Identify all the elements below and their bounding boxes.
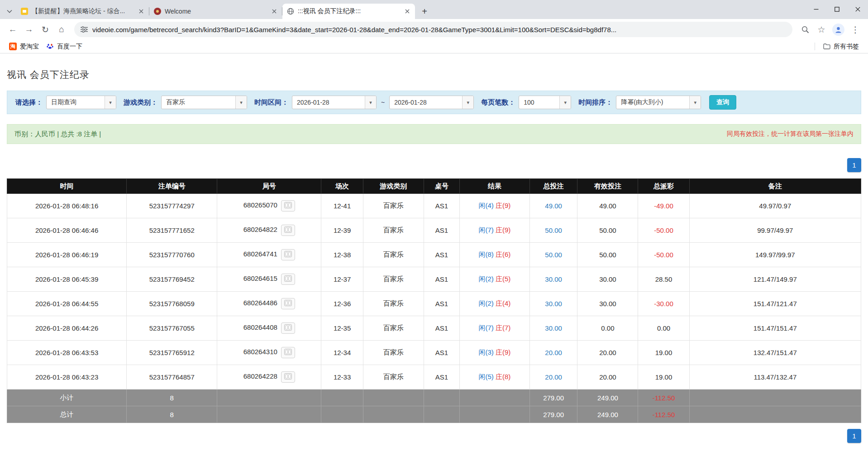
total-bet-link[interactable]: 50.00	[545, 251, 562, 259]
view-round-button[interactable]	[281, 200, 295, 212]
table-row: 2026-01-28 06:45:39523157769452680264615…	[7, 267, 861, 292]
tab-close-icon[interactable]	[270, 7, 278, 15]
column-header: 局号	[217, 179, 321, 194]
cell-valid-bet: 50.00	[577, 243, 638, 267]
date-start-input[interactable]: 2026-01-28 ▾	[292, 96, 377, 109]
bookmarks-bar: 淘 爱淘宝 百度一下 所有书签	[0, 40, 868, 53]
zoom-icon[interactable]	[797, 21, 813, 38]
total-bet-link[interactable]: 30.00	[545, 300, 562, 308]
round-number-text: 680264741	[243, 250, 277, 258]
chevron-down-icon[interactable]: ▾	[365, 96, 376, 109]
game-type-label: 游戏类别：	[124, 98, 157, 107]
url-text[interactable]: videoie.com/game/betrecord_search/kind3?…	[92, 26, 616, 34]
cell-result: 闲(8) 庄(6)	[460, 243, 530, 267]
bookmark-aitaobao[interactable]: 淘 爱淘宝	[5, 41, 43, 52]
view-round-button[interactable]	[281, 225, 295, 236]
tab-close-icon[interactable]	[137, 7, 145, 15]
bookmarks-divider	[815, 43, 815, 50]
cell-result: 闲(4) 庄(9)	[460, 194, 530, 218]
forward-button[interactable]: →	[21, 21, 37, 38]
sort-select[interactable]: 降幂(由大到小) ▾	[616, 96, 701, 109]
date-end-input[interactable]: 2026-01-28 ▾	[389, 96, 474, 109]
chevron-down-icon[interactable]: ▾	[105, 96, 116, 109]
new-tab-button[interactable]: +	[418, 5, 431, 18]
page-1-button[interactable]: 1	[847, 158, 861, 172]
per-page-select[interactable]: 100 ▾	[519, 96, 571, 109]
tab-bar: 【新提醒】海燕策略论坛 - 综合... Welcome :::视讯 会员下注纪录…	[0, 0, 868, 19]
chevron-down-icon[interactable]: ▾	[689, 96, 701, 109]
search-button[interactable]: 查询	[709, 95, 736, 110]
total-bet-link[interactable]: 49.00	[545, 202, 562, 210]
cards-icon	[284, 275, 292, 283]
bookmark-star-icon[interactable]: ☆	[813, 21, 830, 38]
chevron-down-icon[interactable]: ▾	[559, 96, 571, 109]
close-window-button[interactable]	[847, 0, 868, 18]
cell-game-type: 百家乐	[363, 365, 424, 389]
column-header: 结果	[460, 179, 530, 194]
cell-result: 闲(7) 庄(9)	[460, 218, 530, 243]
cell-time: 2026-01-28 06:44:26	[7, 316, 127, 341]
view-round-button[interactable]	[281, 347, 295, 358]
menu-kebab-icon[interactable]: ⋮	[847, 21, 863, 38]
tab-search-button[interactable]	[3, 4, 16, 19]
cell-note: 151.47/121.47	[689, 292, 861, 316]
total-bet-link[interactable]: 30.00	[545, 275, 562, 283]
game-type-select[interactable]: 百家乐 ▾	[161, 96, 247, 109]
total-count: 8	[127, 406, 217, 423]
cell-result: 闲(3) 庄(9)	[460, 341, 530, 365]
cell-time: 2026-01-28 06:48:16	[7, 194, 127, 218]
subtotal-total-bet: 279.00	[529, 389, 577, 406]
cell-game-type: 百家乐	[363, 267, 424, 292]
cell-payout: 19.00	[638, 365, 689, 389]
cell-valid-bet: 49.00	[577, 194, 638, 218]
column-header: 注单编号	[127, 179, 217, 194]
tab-welcome[interactable]: Welcome	[149, 4, 282, 19]
view-round-button[interactable]	[281, 371, 295, 383]
bet-records-table: 时间注单编号局号场次游戏类别桌号结果总投注有效投注总派彩备注 2026-01-2…	[7, 178, 861, 423]
back-button[interactable]: ←	[5, 21, 21, 38]
query-type-select[interactable]: 日期查询 ▾	[46, 96, 116, 109]
subtotal-payout: -112.50	[638, 389, 689, 406]
total-bet-link[interactable]: 50.00	[545, 226, 562, 234]
total-valid-bet: 249.00	[577, 406, 638, 423]
close-icon	[855, 7, 860, 12]
maximize-button[interactable]	[826, 0, 847, 18]
cell-bet-number: 523157765912	[127, 341, 217, 365]
cards-icon	[284, 349, 292, 356]
chevron-down-icon[interactable]: ▾	[235, 96, 247, 109]
date-range-label: 时间区间：	[254, 98, 288, 107]
total-bet-link[interactable]: 20.00	[545, 373, 562, 381]
bookmark-baidu[interactable]: 百度一下	[43, 41, 86, 52]
url-bar[interactable]: videoie.com/game/betrecord_search/kind3?…	[74, 22, 792, 37]
view-round-button[interactable]	[281, 249, 295, 260]
chevron-down-icon[interactable]: ▾	[462, 96, 473, 109]
cell-payout: -30.00	[638, 292, 689, 316]
all-bookmarks-button[interactable]: 所有书签	[820, 41, 863, 52]
total-bet-link[interactable]: 30.00	[545, 324, 562, 332]
total-bet-link[interactable]: 20.00	[545, 349, 562, 356]
banker-result: 庄(9)	[496, 226, 510, 234]
view-round-button[interactable]	[281, 298, 295, 309]
profile-avatar[interactable]	[832, 24, 844, 36]
reload-button[interactable]: ↻	[37, 21, 53, 38]
cell-bet-number: 523157770760	[127, 243, 217, 267]
column-header: 场次	[321, 179, 363, 194]
tab-forum[interactable]: 【新提醒】海燕策略论坛 - 综合...	[16, 4, 149, 19]
cell-note: 151.47/151.47	[689, 316, 861, 341]
page-1-button[interactable]: 1	[847, 429, 861, 443]
cards-icon	[284, 226, 292, 234]
cell-total-bet: 50.00	[529, 218, 577, 243]
folder-icon	[823, 43, 830, 49]
home-button[interactable]: ⌂	[53, 21, 70, 38]
minimize-button[interactable]	[806, 0, 826, 18]
cell-round-number: 680265070	[217, 194, 321, 218]
tab-bet-records[interactable]: :::视讯 会员下注纪录:::	[282, 4, 415, 19]
view-round-button[interactable]	[281, 274, 295, 285]
view-round-button[interactable]	[281, 322, 295, 334]
cards-icon	[284, 251, 292, 259]
per-page-value: 100	[519, 96, 559, 109]
tab-close-icon[interactable]	[403, 7, 411, 15]
player-result: 闲(5)	[478, 373, 493, 380]
cards-icon	[284, 300, 292, 308]
table-row: 2026-01-28 06:43:23523157764857680264228…	[7, 365, 861, 389]
